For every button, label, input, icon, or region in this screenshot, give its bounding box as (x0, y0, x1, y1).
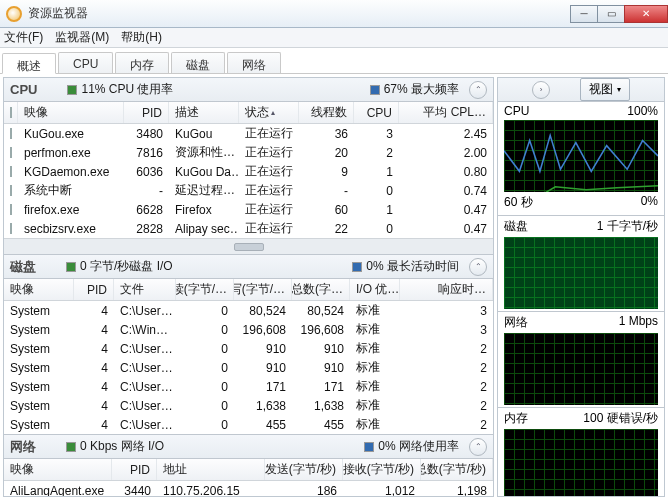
table-row[interactable]: secbizsrv.exe2828Alipay sec…正在运行2200.47 (4, 219, 493, 238)
minimize-button[interactable]: ─ (570, 5, 598, 23)
charts-collapse-button[interactable]: › (532, 81, 550, 99)
net-col-recv[interactable]: 接收(字节/秒) (343, 459, 421, 480)
checkbox-icon[interactable] (10, 128, 12, 139)
cpu-col-threads[interactable]: 线程数 (299, 102, 354, 123)
net-io-icon (66, 442, 76, 452)
table-row[interactable]: System4C:\User…01,6381,638标准2 (4, 396, 493, 415)
checkbox-icon[interactable] (10, 107, 12, 118)
table-row[interactable]: System4C:\User…0910910标准2 (4, 358, 493, 377)
disk-grid-header: 映像 PID 文件 读(字节/… 写(字节/… 总数(字… I/O 优… 响应时… (4, 279, 493, 301)
title-bar: 资源监视器 ─ ▭ ✕ (0, 0, 668, 28)
table-row[interactable]: System4C:\User…080,52480,524标准3 (4, 301, 493, 320)
table-row[interactable]: KuGou.exe3480KuGou正在运行3632.45 (4, 124, 493, 143)
menu-bar: 文件(F) 监视器(M) 帮助(H) (0, 28, 668, 48)
disk-col-image[interactable]: 映像 (4, 279, 74, 300)
cpu-col-desc[interactable]: 描述 (169, 102, 239, 123)
tab-memory[interactable]: 内存 (115, 52, 169, 73)
checkbox-icon[interactable] (10, 223, 12, 234)
window-title: 资源监视器 (28, 5, 571, 22)
disk-panel: 磁盘 0 字节/秒磁盘 I/O 0% 最长活动时间 ⌃ 映像 PID 文件 读(… (4, 255, 493, 435)
chart-max: 1 千字节/秒 (597, 218, 658, 235)
disk-io-label: 0 字节/秒磁盘 I/O (80, 258, 173, 275)
net-panel-title: 网络 (10, 438, 36, 456)
disk-collapse-button[interactable]: ⌃ (469, 258, 487, 276)
cpu-col-status[interactable]: 状态▴ (239, 102, 299, 123)
tab-overview[interactable]: 概述 (2, 53, 56, 74)
net-grid-header: 映像 PID 地址 发送(字节/秒) 接收(字节/秒) 总数(字节/秒) (4, 459, 493, 481)
table-row[interactable]: AliLangAgent.exe3440110.75.206.151861,01… (4, 481, 493, 496)
disk-col-read[interactable]: 读(字节/… (176, 279, 234, 300)
disk-act-label: 0% 最长活动时间 (366, 258, 459, 275)
cpu-col-cpu[interactable]: CPU (354, 102, 399, 123)
checkbox-icon[interactable] (10, 166, 12, 177)
net-col-send[interactable]: 发送(字节/秒) (265, 459, 343, 480)
chart-canvas (504, 120, 658, 192)
chart-title: CPU (504, 104, 529, 118)
cpu-usage-icon (67, 85, 77, 95)
cpu-panel-title: CPU (10, 82, 37, 97)
net-col-pid[interactable]: PID (112, 459, 157, 480)
net-use-icon (364, 442, 374, 452)
disk-io-icon (66, 262, 76, 272)
maximize-button[interactable]: ▭ (597, 5, 625, 23)
cpu-col-image[interactable]: 映像 (18, 102, 124, 123)
disk-col-file[interactable]: 文件 (114, 279, 176, 300)
cpu-freq-label: 67% 最大频率 (384, 81, 459, 98)
chart-canvas (504, 333, 658, 405)
cpu-freq-icon (370, 85, 380, 95)
chart-canvas (504, 237, 658, 309)
close-button[interactable]: ✕ (624, 5, 668, 23)
net-io-label: 0 Kbps 网络 I/O (80, 438, 164, 455)
menu-monitor[interactable]: 监视器(M) (55, 29, 109, 46)
disk-col-resp[interactable]: 响应时… (400, 279, 493, 300)
cpu-panel: CPU 11% CPU 使用率 67% 最大频率 ⌃ 映像 PID 描述 状态▴… (4, 78, 493, 255)
cpu-collapse-button[interactable]: ⌃ (469, 81, 487, 99)
chart-title: 磁盘 (504, 218, 528, 235)
chart-cpu: CPU100%60 秒0% (498, 102, 664, 216)
table-row[interactable]: perfmon.exe7816资源和性…正在运行2022.00 (4, 143, 493, 162)
table-row[interactable]: System4C:\User…0455455标准2 (4, 415, 493, 434)
net-col-image[interactable]: 映像 (4, 459, 112, 480)
table-row[interactable]: System4C:\User…0171171标准2 (4, 377, 493, 396)
chart-title: 网络 (504, 314, 528, 331)
table-row[interactable]: 系统中断-延迟过程…正在运行-00.74 (4, 181, 493, 200)
table-row[interactable]: System4C:\User…0910910标准2 (4, 339, 493, 358)
chart-网络: 网络1 Mbps (498, 312, 664, 408)
chart-canvas (504, 429, 658, 497)
chart-磁盘: 磁盘1 千字节/秒 (498, 216, 664, 312)
cpu-col-avg[interactable]: 平均 CPL… (399, 102, 493, 123)
disk-col-io[interactable]: I/O 优… (350, 279, 400, 300)
net-col-addr[interactable]: 地址 (157, 459, 265, 480)
table-row[interactable]: KGDaemon.exe6036KuGou Da…正在运行910.80 (4, 162, 493, 181)
tab-cpu[interactable]: CPU (58, 52, 113, 73)
menu-file[interactable]: 文件(F) (4, 29, 43, 46)
disk-col-pid[interactable]: PID (74, 279, 114, 300)
checkbox-icon[interactable] (10, 204, 12, 215)
net-col-total[interactable]: 总数(字节/秒) (421, 459, 493, 480)
tab-strip: 概述 CPU 内存 磁盘 网络 (0, 48, 668, 74)
chart-max: 100% (627, 104, 658, 118)
chart-title: 内存 (504, 410, 528, 427)
checkbox-icon[interactable] (10, 185, 12, 196)
table-row[interactable]: System4C:\Win…0196,608196,608标准3 (4, 320, 493, 339)
table-row[interactable]: firefox.exe6628Firefox正在运行6010.47 (4, 200, 493, 219)
charts-pane: › 视图▾ CPU100%60 秒0%磁盘1 千字节/秒网络1 Mbps内存10… (497, 77, 665, 497)
cpu-scroll-h[interactable] (4, 238, 493, 254)
net-panel: 网络 0 Kbps 网络 I/O 0% 网络使用率 ⌃ 映像 PID 地址 发送… (4, 435, 493, 496)
main-pane: CPU 11% CPU 使用率 67% 最大频率 ⌃ 映像 PID 描述 状态▴… (3, 77, 494, 497)
checkbox-icon[interactable] (10, 147, 12, 158)
disk-panel-title: 磁盘 (10, 258, 36, 276)
disk-act-icon (352, 262, 362, 272)
tab-network[interactable]: 网络 (227, 52, 281, 73)
view-dropdown[interactable]: 视图▾ (580, 78, 630, 101)
cpu-grid-header: 映像 PID 描述 状态▴ 线程数 CPU 平均 CPL… (4, 102, 493, 124)
net-use-label: 0% 网络使用率 (378, 438, 459, 455)
sort-icon: ▴ (271, 108, 275, 117)
cpu-col-pid[interactable]: PID (124, 102, 169, 123)
disk-col-total[interactable]: 总数(字… (292, 279, 350, 300)
chart-max: 1 Mbps (619, 314, 658, 331)
tab-disk[interactable]: 磁盘 (171, 52, 225, 73)
menu-help[interactable]: 帮助(H) (121, 29, 162, 46)
disk-col-write[interactable]: 写(字节/… (234, 279, 292, 300)
net-collapse-button[interactable]: ⌃ (469, 438, 487, 456)
